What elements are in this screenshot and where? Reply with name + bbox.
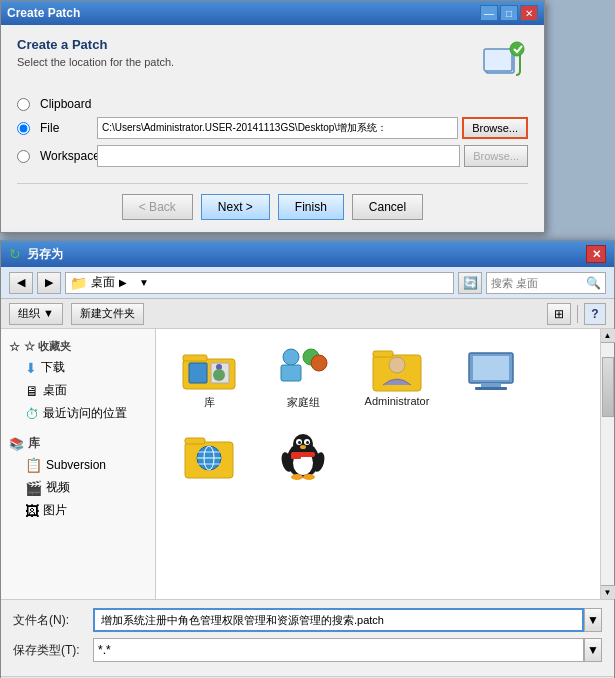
save-dialog-title: 另存为 bbox=[27, 246, 63, 263]
filename-input[interactable] bbox=[93, 608, 584, 632]
qq-penguin-icon bbox=[273, 430, 333, 482]
svg-point-39 bbox=[291, 474, 303, 480]
filetype-select[interactable] bbox=[93, 638, 584, 662]
save-titlebar: ↻ 另存为 ✕ bbox=[1, 241, 614, 267]
dialog-icon bbox=[480, 37, 528, 85]
file-item-administrator[interactable]: Administrator bbox=[352, 337, 442, 416]
svg-rect-18 bbox=[481, 383, 501, 387]
administrator-label: Administrator bbox=[365, 395, 430, 407]
homegroup-label: 家庭组 bbox=[287, 395, 320, 410]
organize-button[interactable]: 组织 ▼ bbox=[9, 303, 63, 325]
svg-point-32 bbox=[298, 441, 301, 444]
svg-point-40 bbox=[303, 474, 315, 480]
sidebar-item-video[interactable]: 🎬 视频 bbox=[5, 476, 151, 499]
clipboard-label[interactable]: Clipboard bbox=[17, 97, 97, 111]
svg-point-29 bbox=[293, 434, 313, 454]
homegroup-icon bbox=[273, 343, 333, 395]
sidebar-item-recent[interactable]: ⏱ 最近访问的位置 bbox=[5, 402, 151, 425]
svg-point-8 bbox=[213, 369, 225, 381]
file-radio[interactable] bbox=[17, 122, 30, 135]
create-patch-dialog: Create Patch — □ ✕ Create a Patch Select… bbox=[0, 0, 545, 233]
search-bar[interactable]: 🔍 bbox=[486, 272, 606, 294]
sidebar-item-pictures[interactable]: 🖼 图片 bbox=[5, 499, 151, 522]
finish-button[interactable]: Finish bbox=[278, 194, 344, 220]
file-label[interactable]: File bbox=[17, 121, 97, 135]
library-title: 📚 库 bbox=[5, 433, 151, 454]
location-arrow: ▶ bbox=[119, 277, 127, 288]
sidebar-item-download[interactable]: ⬇ 下载 bbox=[5, 356, 151, 379]
view-button[interactable]: ⊞ bbox=[547, 303, 571, 325]
svg-point-2 bbox=[510, 42, 524, 56]
minimize-btn[interactable]: — bbox=[480, 5, 498, 21]
save-toolbar: ◀ ▶ 📁 桌面 ▶ ▼ 🔄 🔍 bbox=[1, 267, 614, 299]
svg-rect-4 bbox=[183, 355, 207, 361]
dialog-body: Create a Patch Select the location for t… bbox=[1, 25, 544, 232]
save-dialog: ↻ 另存为 ✕ ◀ ▶ 📁 桌面 ▶ ▼ 🔄 🔍 组织 ▼ 新建文件夹 ⊞ ? bbox=[0, 240, 615, 678]
refresh-button[interactable]: 🔄 bbox=[458, 272, 482, 294]
video-icon: 🎬 bbox=[25, 480, 42, 496]
workspace-radio[interactable] bbox=[17, 150, 30, 163]
location-bar[interactable]: 📁 桌面 ▶ ▼ bbox=[65, 272, 454, 294]
save-content: ☆ ☆ 收藏夹 ⬇ 下载 🖥 桌面 ⏱ 最近访问的位置 📚 bbox=[1, 329, 614, 599]
clipboard-radio[interactable] bbox=[17, 98, 30, 111]
pictures-icon: 🖼 bbox=[25, 503, 39, 519]
file-item-qq[interactable] bbox=[258, 424, 348, 488]
back-button[interactable]: < Back bbox=[122, 194, 193, 220]
sidebar-item-subversion[interactable]: 📋 Subversion bbox=[5, 454, 151, 476]
action-bar-left: 组织 ▼ 新建文件夹 bbox=[9, 303, 144, 325]
close-btn[interactable]: ✕ bbox=[520, 5, 538, 21]
search-input[interactable] bbox=[491, 277, 586, 289]
forward-nav-button[interactable]: ▶ bbox=[37, 272, 61, 294]
new-folder-button[interactable]: 新建文件夹 bbox=[71, 303, 144, 325]
workspace-label[interactable]: Workspace bbox=[17, 149, 97, 163]
location-text: 桌面 bbox=[91, 274, 115, 291]
filename-row: 文件名(N): ▼ bbox=[13, 608, 602, 632]
dialog-heading: Create a Patch bbox=[17, 37, 174, 52]
scrollbar-thumb[interactable] bbox=[602, 357, 614, 417]
dialog-header-text: Create a Patch Select the location for t… bbox=[17, 37, 174, 68]
maximize-btn[interactable]: □ bbox=[500, 5, 518, 21]
workspace-path-input[interactable] bbox=[97, 145, 460, 167]
save-footer: 文件名(N): ▼ 保存类型(T): ▼ bbox=[1, 599, 614, 676]
library-folder-icon bbox=[179, 343, 239, 395]
dialog-buttons: < Back Next > Finish Cancel bbox=[17, 183, 528, 220]
desktop-icon: 🖥 bbox=[25, 383, 39, 399]
sidebar-item-desktop[interactable]: 🖥 桌面 bbox=[5, 379, 151, 402]
subversion-icon: 📋 bbox=[25, 457, 42, 473]
save-action-bar: 组织 ▼ 新建文件夹 ⊞ ? bbox=[1, 299, 614, 329]
back-nav-button[interactable]: ◀ bbox=[9, 272, 33, 294]
svg-point-9 bbox=[283, 349, 299, 365]
file-browse-button[interactable]: Browse... bbox=[462, 117, 528, 139]
scrollbar[interactable]: ▲ ▼ bbox=[600, 329, 614, 599]
workspace-browse-button[interactable]: Browse... bbox=[464, 145, 528, 167]
file-path-input[interactable] bbox=[97, 117, 458, 139]
filetype-row: 保存类型(T): ▼ bbox=[13, 638, 602, 662]
library-icon: 📚 bbox=[9, 437, 24, 451]
titlebar-controls: — □ ✕ bbox=[480, 5, 538, 21]
next-button[interactable]: Next > bbox=[201, 194, 270, 220]
filetype-dropdown[interactable]: ▼ bbox=[584, 638, 602, 662]
star-icon: ☆ bbox=[9, 340, 20, 354]
location-dropdown-arrow[interactable]: ▼ bbox=[135, 273, 153, 293]
dialog-titlebar: Create Patch — □ ✕ bbox=[1, 1, 544, 25]
dialog-title: Create Patch bbox=[7, 6, 80, 20]
file-item-homegroup[interactable]: 家庭组 bbox=[258, 337, 348, 416]
save-close-button[interactable]: ✕ bbox=[586, 245, 606, 263]
administrator-icon bbox=[367, 343, 427, 395]
file-option-row: File Browse... bbox=[17, 117, 528, 139]
file-item-library[interactable]: 库 bbox=[164, 337, 254, 416]
action-bar-right: ⊞ ? bbox=[547, 303, 606, 325]
dialog-subtitle: Select the location for the patch. bbox=[17, 56, 174, 68]
svg-rect-36 bbox=[291, 455, 301, 459]
help-button[interactable]: ? bbox=[584, 303, 606, 325]
options-section: Clipboard File Browse... Workspace bbox=[17, 97, 528, 167]
filename-dropdown[interactable]: ▼ bbox=[584, 608, 602, 632]
workspace-option-row: Workspace Browse... bbox=[17, 145, 528, 167]
recent-icon: ⏱ bbox=[25, 406, 39, 422]
cancel-button[interactable]: Cancel bbox=[352, 194, 423, 220]
network-icon bbox=[179, 430, 239, 482]
svg-point-33 bbox=[306, 441, 309, 444]
svg-rect-10 bbox=[281, 365, 301, 381]
file-item-computer[interactable] bbox=[446, 341, 536, 416]
file-item-network[interactable] bbox=[164, 424, 254, 488]
